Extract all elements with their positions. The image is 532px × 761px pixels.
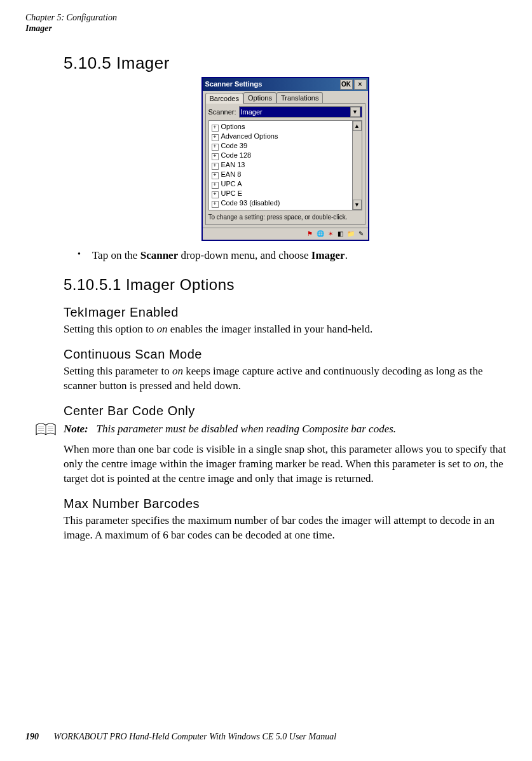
tray-icon[interactable]: ✎ xyxy=(357,230,365,238)
close-button[interactable]: × xyxy=(354,79,367,90)
tab-barcodes[interactable]: Barcodes xyxy=(205,93,243,104)
tray-icon[interactable]: 🌐 xyxy=(316,230,325,238)
scanner-dropdown[interactable]: Imager ▼ xyxy=(239,106,362,118)
tab-translations[interactable]: Translations xyxy=(276,92,324,104)
expand-icon[interactable]: + xyxy=(212,182,219,189)
expand-icon[interactable]: + xyxy=(212,153,219,160)
section-heading: 5.10.5 Imager xyxy=(64,53,507,73)
paragraph: This parameter specifies the maximum num… xyxy=(64,514,507,543)
running-header: Chapter 5: Configuration Imager xyxy=(25,13,507,34)
option-heading: Max Number Barcodes xyxy=(64,495,507,512)
tree-node: +Code 93 (disabled) xyxy=(212,198,359,208)
ok-button[interactable]: OK xyxy=(340,79,353,90)
bullet-text: Tap on the Scanner drop-down menu, and c… xyxy=(92,249,348,263)
footer-title: WORKABOUT PRO Hand-Held Computer With Wi… xyxy=(54,732,337,741)
tree-node: +EAN 13 xyxy=(212,160,359,170)
book-icon xyxy=(34,422,57,437)
scroll-down-icon[interactable]: ▼ xyxy=(353,200,362,210)
expand-icon[interactable]: + xyxy=(212,172,219,179)
taskbar: ⚑ 🌐 ✶ ◧ 📁 ✎ xyxy=(203,228,368,240)
tray-icon[interactable]: ⚑ xyxy=(306,230,315,238)
expand-icon[interactable]: + xyxy=(212,201,219,208)
tree-node: +Options xyxy=(212,122,359,132)
tab-strip: Barcodes Options Translations xyxy=(203,91,368,104)
paragraph: When more than one bar code is visible i… xyxy=(64,442,507,486)
titlebar: Scanner Settings OK × xyxy=(203,78,368,91)
page-number: 190 xyxy=(25,732,39,741)
chapter-line: Chapter 5: Configuration xyxy=(25,13,507,24)
scrollbar[interactable]: ▲ ▼ xyxy=(352,121,362,210)
scanner-value: Imager xyxy=(241,107,263,117)
scanner-label: Scanner: xyxy=(208,107,236,117)
tray-icon[interactable]: ◧ xyxy=(336,230,345,238)
scanner-settings-window: Scanner Settings OK × Barcodes Options T… xyxy=(201,77,369,241)
barcode-tree[interactable]: +Options +Advanced Options +Code 39 +Cod… xyxy=(208,120,362,210)
tree-node: +UPC E xyxy=(212,189,359,198)
bullet-item: • Tap on the Scanner drop-down menu, and… xyxy=(78,249,507,263)
tree-node: +EAN 8 xyxy=(212,170,359,179)
note-text: Note: This parameter must be disabled wh… xyxy=(64,422,396,437)
tray-icon[interactable]: ✶ xyxy=(326,230,335,238)
hint-text: To change a setting: press space, or dou… xyxy=(208,213,362,222)
tree-node: +Code 128 xyxy=(212,151,359,160)
expand-icon[interactable]: + xyxy=(212,125,219,132)
tab-panel: Scanner: Imager ▼ +Options +Advanced Opt… xyxy=(205,103,365,225)
section-line: Imager xyxy=(25,24,507,34)
note-block: Note: This parameter must be disabled wh… xyxy=(34,422,507,437)
scroll-up-icon[interactable]: ▲ xyxy=(353,121,362,131)
tab-options[interactable]: Options xyxy=(243,92,276,104)
paragraph: Setting this option to on enables the im… xyxy=(64,322,507,337)
expand-icon[interactable]: + xyxy=(212,134,219,141)
option-heading: TekImager Enabled xyxy=(64,304,507,321)
chevron-down-icon: ▼ xyxy=(350,107,360,117)
expand-icon[interactable]: + xyxy=(212,163,219,170)
window-title: Scanner Settings xyxy=(205,79,263,89)
tray-icon[interactable]: 📁 xyxy=(346,230,355,238)
bullet-dot: • xyxy=(78,249,81,263)
subsection-heading: 5.10.5.1 Imager Options xyxy=(64,275,507,295)
tree-node: +Codabar (disabled) xyxy=(212,208,359,210)
tree-node: +Code 39 xyxy=(212,141,359,151)
expand-icon[interactable]: + xyxy=(212,191,219,198)
page-footer: 190 WORKABOUT PRO Hand-Held Computer Wit… xyxy=(25,732,336,742)
tree-node: +Advanced Options xyxy=(212,132,359,141)
option-heading: Continuous Scan Mode xyxy=(64,346,507,363)
tree-node: +UPC A xyxy=(212,179,359,189)
expand-icon[interactable]: + xyxy=(212,144,219,151)
paragraph: Setting this parameter to on keeps image… xyxy=(64,364,507,394)
option-heading: Center Bar Code Only xyxy=(64,402,507,420)
